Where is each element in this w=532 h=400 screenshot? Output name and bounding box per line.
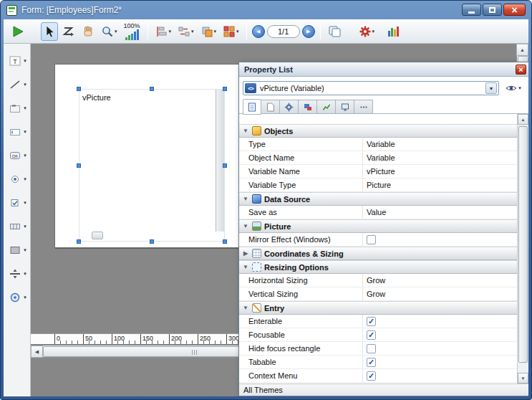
value-text[interactable]: vPicture: [367, 167, 395, 176]
object-selector-dropdown[interactable]: vPicture (Variable) ▼: [243, 81, 499, 95]
checkbox-context-menu[interactable]: [367, 371, 376, 381]
window-titlebar[interactable]: Form: [Employees]Form2*: [1, 1, 531, 19]
tool-splitter[interactable]: ▾: [7, 267, 26, 281]
level-button[interactable]: ▾: [198, 22, 219, 41]
entry-order-tool-button[interactable]: [60, 22, 77, 41]
section-header-data-source[interactable]: ▼Data Source: [239, 192, 517, 206]
section-header-entry[interactable]: ▼Entry: [239, 301, 517, 315]
tab-display[interactable]: [336, 100, 354, 114]
checkbox-enterable[interactable]: [367, 317, 376, 326]
scroll-thumb[interactable]: [518, 126, 528, 363]
pointer-tool-button[interactable]: [41, 22, 58, 41]
selection-handle[interactable]: [223, 163, 227, 168]
selection-handle[interactable]: [223, 87, 227, 91]
property-list-titlebar[interactable]: Property List: [239, 62, 528, 77]
checkbox-mirror-effect-windows[interactable]: [367, 235, 376, 244]
checkbox-tabable[interactable]: [367, 358, 376, 367]
main-toolbar: ▾ 100% ▾ ▾ ▾ ▾: [4, 19, 528, 44]
tool-button-bar[interactable]: ▾: [7, 219, 26, 234]
section-header-coordinates-sizing[interactable]: ▶Coordinates & Sizing: [239, 247, 517, 260]
tool-line[interactable]: ▾: [7, 77, 26, 92]
move-tool-button[interactable]: [79, 22, 97, 41]
close-button[interactable]: [503, 4, 526, 16]
selection-handle[interactable]: [150, 87, 154, 91]
tool-radio[interactable]: ▾: [7, 172, 26, 186]
value-text[interactable]: Variable: [367, 140, 395, 148]
tool-groupbox[interactable]: ▾: [7, 101, 26, 115]
show-hide-properties-button[interactable]: ▾: [502, 81, 525, 95]
tool-field[interactable]: ▾: [7, 125, 26, 139]
run-form-button[interactable]: [9, 22, 27, 41]
dropdown-arrow-icon[interactable]: ▼: [485, 82, 497, 94]
disclosure-triangle-icon[interactable]: ▼: [242, 264, 249, 270]
object-vertical-scrollbar[interactable]: [216, 90, 224, 232]
property-grid-scrollbar[interactable]: ▲ ▼: [517, 114, 528, 384]
object-horizontal-scroll-thumb[interactable]: [92, 232, 103, 239]
disclosure-triangle-icon[interactable]: ▼: [242, 128, 249, 134]
distribute-button[interactable]: ▾: [175, 22, 196, 41]
section-header-objects[interactable]: ▼Objects: [239, 124, 517, 138]
tool-checkbox[interactable]: ▾: [7, 196, 26, 210]
views-button[interactable]: [385, 22, 403, 41]
disclosure-triangle-icon[interactable]: ▼: [242, 223, 249, 229]
zoom-bars-icon: [125, 29, 139, 40]
zoom-tool-button[interactable]: ▾: [99, 22, 120, 41]
disclosure-triangle-icon[interactable]: ▼: [242, 305, 249, 311]
color-grid-icon: [223, 25, 236, 38]
disclosure-triangle-icon[interactable]: ▼: [242, 196, 249, 202]
tab-object[interactable]: [261, 100, 280, 114]
selection-handle[interactable]: [150, 239, 154, 244]
tool-plugin[interactable]: ▾: [7, 290, 26, 305]
tab-all[interactable]: [243, 99, 261, 115]
maximize-button[interactable]: [483, 4, 502, 16]
scroll-left-button[interactable]: ◀: [31, 346, 43, 358]
disclosure-triangle-icon[interactable]: ▶: [242, 250, 249, 257]
duplicate-button[interactable]: ▾: [221, 22, 241, 41]
tool-button[interactable]: OK▾: [7, 148, 26, 163]
tool-text[interactable]: T▾: [7, 54, 26, 68]
tab-settings[interactable]: [280, 100, 299, 114]
value-text[interactable]: Value: [367, 208, 386, 216]
align-button[interactable]: ▾: [153, 22, 174, 41]
ruler-minor-tick: [163, 341, 164, 344]
object-tool-palette: T▾▾▾▾OK▾▾▾▾▾▾▾: [4, 44, 31, 396]
property-row-enterable: Enterable: [239, 315, 517, 328]
minimize-button[interactable]: [462, 4, 481, 16]
selection-handle[interactable]: [223, 239, 227, 244]
line-icon: [9, 79, 21, 90]
checkbox-focusable[interactable]: [367, 330, 376, 340]
tool-rectangle[interactable]: ▾: [7, 243, 26, 257]
form-page[interactable]: vPicture: [54, 64, 241, 248]
section-header-picture[interactable]: ▼Picture: [239, 219, 517, 233]
ruler-major-tick: [112, 333, 112, 344]
form-pages-button[interactable]: [326, 22, 344, 41]
property-list-close-button[interactable]: [516, 65, 526, 75]
tab-more[interactable]: [354, 100, 373, 114]
preferences-button[interactable]: ▾: [357, 22, 377, 41]
property-label: Type: [239, 138, 363, 151]
selection-handle[interactable]: [77, 163, 81, 168]
ruler-minor-tick: [186, 341, 187, 344]
previous-page-button[interactable]: ◀: [252, 25, 265, 38]
value-text[interactable]: Variable: [367, 153, 395, 162]
value-text[interactable]: Grow: [367, 276, 385, 285]
toolbar-separator: [147, 23, 148, 39]
picture-variable-object[interactable]: vPicture: [79, 89, 225, 242]
tab-appearance[interactable]: [299, 100, 317, 114]
checkbox-hide-focus-rectangle[interactable]: [367, 344, 376, 353]
scroll-up-button[interactable]: ▲: [518, 114, 528, 125]
scroll-down-button[interactable]: ▼: [518, 373, 528, 384]
value-text[interactable]: Picture: [367, 181, 391, 189]
ruler-minor-tick: [123, 341, 124, 344]
scroll-up-button[interactable]: ▲: [516, 44, 528, 56]
value-text[interactable]: Grow: [367, 290, 385, 298]
zoom-level-control[interactable]: 100%: [124, 22, 140, 40]
next-page-button[interactable]: ▶: [302, 25, 315, 38]
tab-events[interactable]: [317, 100, 336, 114]
selection-handle[interactable]: [77, 87, 81, 91]
chevron-down-icon: ▾: [24, 247, 26, 253]
selection-handle[interactable]: [77, 239, 81, 244]
section-header-resizing-options[interactable]: ▼Resizing Options: [239, 260, 517, 274]
themes-footer[interactable]: All Themes: [239, 384, 528, 396]
chevron-down-icon: ▾: [24, 200, 26, 206]
